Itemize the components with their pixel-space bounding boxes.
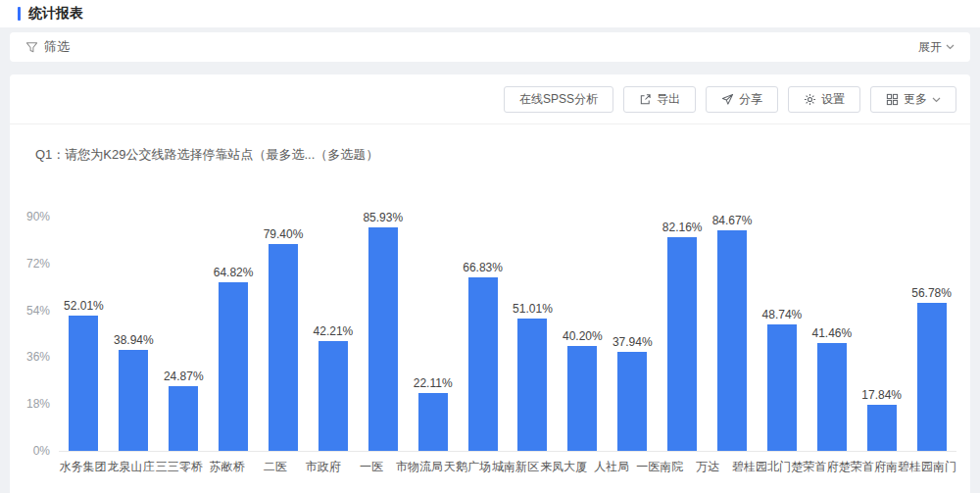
bar-slot: 51.01% bbox=[508, 302, 558, 451]
page-header: 统计报表 bbox=[0, 0, 980, 27]
filter-button[interactable]: 筛选 bbox=[25, 38, 70, 56]
bar-slot: 85.93% bbox=[358, 211, 408, 451]
bar-value-label: 56.78% bbox=[911, 286, 952, 300]
bar-城南新区[interactable] bbox=[517, 319, 547, 451]
chart-plot-area: 0%18%36%54%72%90% 52.01%38.94%24.87%64.8… bbox=[59, 218, 956, 452]
page-title: 统计报表 bbox=[28, 5, 83, 23]
bar-value-label: 84.67% bbox=[712, 214, 753, 227]
y-tick-label: 72% bbox=[11, 257, 50, 271]
bar-二医[interactable] bbox=[269, 244, 298, 451]
x-axis-label: 楚荣首府南 bbox=[839, 459, 898, 475]
filter-bar: 筛选 展开 bbox=[10, 32, 970, 62]
x-axis-label: 一医南院 bbox=[636, 459, 684, 475]
bar-value-label: 52.01% bbox=[64, 299, 104, 313]
bar-value-label: 66.83% bbox=[463, 261, 503, 274]
grid-icon bbox=[886, 93, 899, 106]
bar-chart: 0%18%36%54%72%90% 52.01%38.94%24.87%64.8… bbox=[59, 218, 956, 475]
share-label: 分享 bbox=[739, 91, 762, 108]
y-tick-label: 54% bbox=[11, 304, 50, 318]
bar-一医南院[interactable] bbox=[667, 237, 697, 451]
settings-label: 设置 bbox=[821, 91, 845, 108]
bar-value-label: 24.87% bbox=[164, 370, 204, 383]
expand-toggle[interactable]: 展开 bbox=[918, 39, 955, 56]
y-tick-label: 36% bbox=[11, 350, 50, 364]
x-axis-label: 人社局 bbox=[588, 459, 636, 475]
bar-楚荣首府南[interactable] bbox=[867, 405, 897, 451]
more-label: 更多 bbox=[904, 91, 927, 108]
bar-人社局[interactable] bbox=[617, 352, 647, 451]
bar-slot: 40.20% bbox=[558, 329, 608, 451]
y-tick-label: 90% bbox=[11, 210, 50, 223]
filter-funnel-icon bbox=[25, 41, 38, 54]
bar-value-label: 48.74% bbox=[762, 308, 803, 321]
bar-市物流局[interactable] bbox=[418, 393, 448, 451]
bar-slot: 66.83% bbox=[458, 261, 508, 451]
y-tick-label: 0% bbox=[11, 444, 50, 458]
x-axis-label: 来凤大厦 bbox=[540, 459, 588, 475]
bar-slot: 37.94% bbox=[608, 335, 658, 451]
bar-碧桂园北门[interactable] bbox=[767, 324, 797, 451]
x-axis-label: 一医 bbox=[347, 459, 395, 475]
bar-天鹅广场[interactable] bbox=[468, 277, 498, 451]
bar-value-label: 79.40% bbox=[264, 227, 304, 241]
settings-button[interactable]: 设置 bbox=[788, 86, 860, 113]
bar-value-label: 37.94% bbox=[612, 335, 653, 349]
share-button[interactable]: 分享 bbox=[706, 86, 778, 113]
bar-value-label: 22.11% bbox=[414, 376, 453, 390]
toolbar: 在线SPSS分析 导出 分享 设置 更多 bbox=[10, 74, 970, 123]
bar-三三零桥[interactable] bbox=[169, 386, 198, 451]
bar-水务集团[interactable] bbox=[69, 316, 98, 451]
x-axis-label: 城南新区 bbox=[492, 459, 540, 475]
x-axis: 水务集团龙泉山庄三三零桥苏敝桥二医市政府一医市物流局天鹅广场城南新区来凤大厦人社… bbox=[59, 452, 956, 475]
bar-slot: 24.87% bbox=[159, 370, 209, 451]
toolbar-divider bbox=[10, 123, 970, 124]
bar-slot: 79.40% bbox=[259, 227, 309, 451]
bar-slot: 17.84% bbox=[857, 388, 906, 451]
bar-value-label: 51.01% bbox=[513, 302, 553, 316]
spss-analysis-button[interactable]: 在线SPSS分析 bbox=[504, 86, 613, 113]
bar-slot: 82.16% bbox=[658, 221, 708, 451]
x-axis-label: 龙泉山庄 bbox=[107, 459, 155, 475]
x-axis-label: 碧桂园北门 bbox=[732, 459, 791, 475]
bar-value-label: 82.16% bbox=[662, 221, 703, 234]
bar-value-label: 38.94% bbox=[114, 333, 154, 347]
bar-value-label: 17.84% bbox=[861, 388, 902, 402]
bar-value-label: 40.20% bbox=[563, 329, 603, 343]
report-panel: 在线SPSS分析 导出 分享 设置 更多 bbox=[10, 74, 970, 493]
y-tick-label: 18% bbox=[11, 397, 50, 411]
x-axis-label: 万达 bbox=[684, 459, 732, 475]
bar-slot: 22.11% bbox=[408, 376, 458, 451]
bar-slot: 52.01% bbox=[59, 299, 109, 451]
chevron-down-icon bbox=[932, 97, 941, 103]
bar-slot: 56.78% bbox=[906, 286, 956, 451]
gear-icon bbox=[804, 93, 816, 106]
export-button[interactable]: 导出 bbox=[623, 86, 696, 113]
bar-slot: 48.74% bbox=[757, 308, 807, 451]
more-button[interactable]: 更多 bbox=[870, 86, 956, 113]
bar-来凤大厦[interactable] bbox=[567, 346, 597, 451]
bar-市政府[interactable] bbox=[318, 341, 348, 451]
question-title: Q1：请您为K29公交线路选择停靠站点（最多选...（多选题） bbox=[35, 146, 970, 164]
bar-龙泉山庄[interactable] bbox=[119, 350, 148, 451]
bar-value-label: 64.82% bbox=[214, 266, 254, 279]
export-icon bbox=[639, 93, 652, 106]
bar-slot: 41.46% bbox=[807, 326, 857, 451]
title-accent-bar bbox=[18, 7, 21, 21]
bar-苏敝桥[interactable] bbox=[219, 282, 248, 451]
bars-container: 52.01%38.94%24.87%64.82%79.40%42.21%85.9… bbox=[59, 218, 956, 451]
bar-一医[interactable] bbox=[368, 227, 398, 451]
bar-slot: 64.82% bbox=[209, 266, 259, 451]
x-axis-label: 碧桂园南门 bbox=[898, 459, 956, 475]
x-axis-label: 水务集团 bbox=[59, 459, 107, 475]
spss-analysis-label: 在线SPSS分析 bbox=[519, 91, 598, 108]
filter-label: 筛选 bbox=[44, 38, 70, 56]
bar-碧桂园南门[interactable] bbox=[917, 303, 947, 451]
bar-slot: 42.21% bbox=[308, 324, 358, 451]
bar-楚荣首府[interactable] bbox=[817, 343, 847, 451]
export-label: 导出 bbox=[657, 91, 680, 108]
x-axis-label: 三三零桥 bbox=[155, 459, 203, 475]
bar-万达[interactable] bbox=[717, 230, 747, 451]
bar-slot: 38.94% bbox=[109, 333, 159, 451]
x-axis-label: 苏敝桥 bbox=[203, 459, 251, 475]
bar-slot: 84.67% bbox=[708, 214, 758, 451]
